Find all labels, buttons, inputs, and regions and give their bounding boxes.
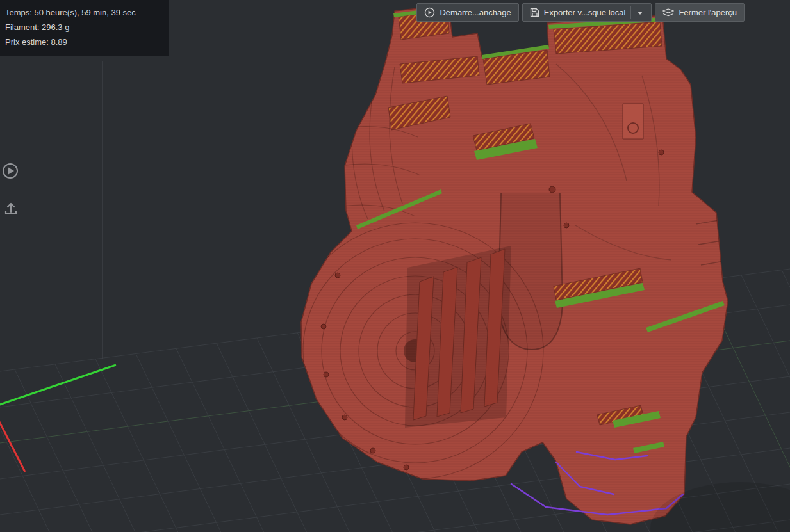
close-preview-button[interactable]: Fermer l'aperçu	[655, 3, 745, 22]
close-preview-label: Fermer l'aperçu	[679, 8, 737, 17]
upload-icon	[3, 200, 19, 217]
layers-icon	[662, 8, 674, 17]
start-print-label: Démarre...anchage	[440, 8, 511, 17]
export-gcode-button[interactable]: Exporter v...sque local	[522, 3, 652, 22]
model-preview	[282, 0, 737, 532]
save-icon	[530, 8, 539, 17]
filament-used: Filament: 296.3 g	[5, 20, 159, 35]
slicer-preview-window: Temps: 50 heure(s), 59 min, 39 sec Filam…	[0, 0, 790, 532]
side-play-button[interactable]	[1, 162, 19, 182]
chevron-down-icon	[637, 10, 643, 15]
export-gcode-label: Exporter v...sque local	[544, 8, 626, 17]
side-upload-button[interactable]	[3, 200, 19, 220]
top-toolbar: Démarre...anchage Exporter v...sque loca…	[416, 3, 745, 22]
estimated-price: Prix estime: 8.89	[5, 35, 159, 49]
model-slot	[498, 193, 563, 350]
export-dropdown-toggle[interactable]	[636, 9, 644, 17]
play-icon	[424, 7, 435, 18]
print-stats-panel: Temps: 50 heure(s), 59 min, 39 sec Filam…	[0, 0, 169, 56]
button-divider	[630, 6, 631, 19]
play-icon	[1, 162, 19, 180]
axis-x-red	[0, 415, 25, 472]
print-time: Temps: 50 heure(s), 59 min, 39 sec	[5, 5, 159, 20]
start-print-button[interactable]: Démarre...anchage	[416, 3, 518, 22]
viewport-3d[interactable]	[0, 0, 790, 532]
